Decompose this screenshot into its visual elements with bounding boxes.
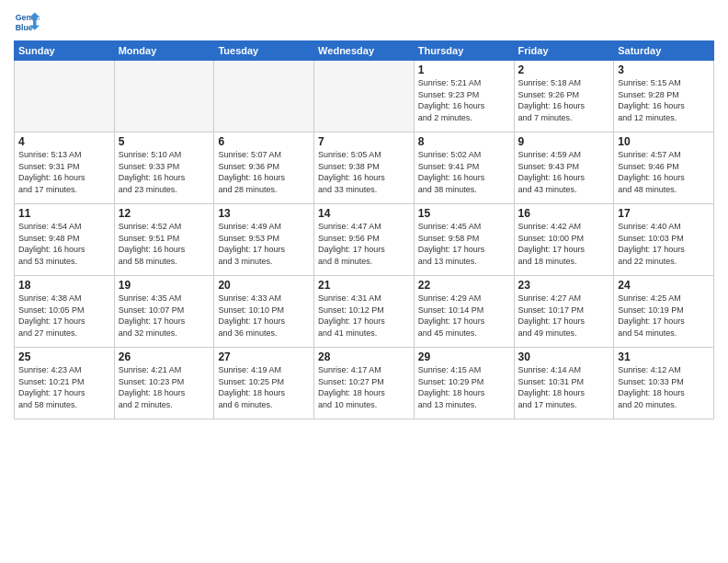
calendar-cell: 28Sunrise: 4:17 AM Sunset: 10:27 PM Dayl… [314, 348, 415, 419]
calendar-cell: 11Sunrise: 4:54 AM Sunset: 9:48 PM Dayli… [15, 204, 115, 276]
day-number: 4 [18, 135, 110, 148]
day-number: 15 [418, 207, 510, 220]
header: General Blue [14, 9, 714, 35]
day-info: Sunrise: 5:18 AM Sunset: 9:26 PM Dayligh… [518, 77, 610, 123]
calendar-cell [314, 61, 415, 132]
day-info: Sunrise: 4:29 AM Sunset: 10:14 PM Daylig… [418, 293, 510, 339]
day-info: Sunrise: 4:38 AM Sunset: 10:05 PM Daylig… [18, 293, 110, 339]
day-number: 27 [218, 350, 310, 363]
day-number: 22 [418, 279, 510, 292]
week-row-1: 1Sunrise: 5:21 AM Sunset: 9:23 PM Daylig… [15, 61, 714, 132]
day-info: Sunrise: 4:52 AM Sunset: 9:51 PM Dayligh… [119, 221, 210, 267]
calendar-cell: 25Sunrise: 4:23 AM Sunset: 10:21 PM Dayl… [15, 348, 115, 419]
day-info: Sunrise: 4:47 AM Sunset: 9:56 PM Dayligh… [318, 221, 410, 267]
day-info: Sunrise: 4:57 AM Sunset: 9:46 PM Dayligh… [618, 149, 710, 195]
day-info: Sunrise: 4:14 AM Sunset: 10:31 PM Daylig… [518, 364, 610, 410]
calendar-cell: 8Sunrise: 5:02 AM Sunset: 9:41 PM Daylig… [414, 132, 514, 204]
weekday-header-sunday: Sunday [15, 41, 115, 61]
calendar-cell: 18Sunrise: 4:38 AM Sunset: 10:05 PM Dayl… [15, 276, 115, 348]
day-number: 1 [418, 63, 510, 76]
calendar-cell: 1Sunrise: 5:21 AM Sunset: 9:23 PM Daylig… [414, 61, 514, 132]
day-info: Sunrise: 4:35 AM Sunset: 10:07 PM Daylig… [119, 293, 210, 339]
week-row-5: 25Sunrise: 4:23 AM Sunset: 10:21 PM Dayl… [15, 348, 714, 419]
day-info: Sunrise: 4:21 AM Sunset: 10:23 PM Daylig… [119, 364, 210, 410]
calendar-cell: 9Sunrise: 4:59 AM Sunset: 9:43 PM Daylig… [514, 132, 614, 204]
page-container: General Blue SundayMondayTuesdayWednesda… [0, 0, 728, 427]
week-row-4: 18Sunrise: 4:38 AM Sunset: 10:05 PM Dayl… [15, 276, 714, 348]
calendar-cell: 5Sunrise: 5:10 AM Sunset: 9:33 PM Daylig… [114, 132, 214, 204]
calendar-cell [214, 61, 314, 132]
day-info: Sunrise: 4:45 AM Sunset: 9:58 PM Dayligh… [418, 221, 510, 267]
day-number: 14 [318, 207, 410, 220]
day-number: 26 [119, 350, 210, 363]
calendar-cell [15, 61, 115, 132]
day-info: Sunrise: 5:13 AM Sunset: 9:31 PM Dayligh… [18, 149, 110, 195]
day-info: Sunrise: 5:21 AM Sunset: 9:23 PM Dayligh… [418, 77, 510, 123]
day-number: 18 [18, 279, 110, 292]
day-number: 13 [218, 207, 310, 220]
logo: General Blue [14, 9, 41, 35]
day-info: Sunrise: 4:27 AM Sunset: 10:17 PM Daylig… [518, 293, 610, 339]
day-info: Sunrise: 4:17 AM Sunset: 10:27 PM Daylig… [318, 364, 410, 410]
day-info: Sunrise: 4:12 AM Sunset: 10:33 PM Daylig… [618, 364, 710, 410]
day-number: 11 [18, 207, 110, 220]
day-number: 17 [618, 207, 710, 220]
calendar-cell: 20Sunrise: 4:33 AM Sunset: 10:10 PM Dayl… [214, 276, 314, 348]
calendar-cell: 23Sunrise: 4:27 AM Sunset: 10:17 PM Dayl… [514, 276, 614, 348]
day-number: 7 [318, 135, 410, 148]
weekday-header-thursday: Thursday [414, 41, 514, 61]
day-info: Sunrise: 5:10 AM Sunset: 9:33 PM Dayligh… [119, 149, 210, 195]
day-info: Sunrise: 4:40 AM Sunset: 10:03 PM Daylig… [618, 221, 710, 267]
day-number: 16 [518, 207, 610, 220]
day-info: Sunrise: 4:31 AM Sunset: 10:12 PM Daylig… [318, 293, 410, 339]
calendar-cell: 7Sunrise: 5:05 AM Sunset: 9:38 PM Daylig… [314, 132, 415, 204]
calendar-cell: 21Sunrise: 4:31 AM Sunset: 10:12 PM Dayl… [314, 276, 415, 348]
weekday-header-tuesday: Tuesday [214, 41, 314, 61]
svg-text:Blue: Blue [16, 23, 33, 32]
day-number: 2 [518, 63, 610, 76]
day-number: 12 [119, 207, 210, 220]
day-number: 25 [18, 350, 110, 363]
calendar-cell: 3Sunrise: 5:15 AM Sunset: 9:28 PM Daylig… [614, 61, 714, 132]
calendar-table: SundayMondayTuesdayWednesdayThursdayFrid… [14, 40, 714, 419]
day-number: 21 [318, 279, 410, 292]
weekday-header-monday: Monday [114, 41, 214, 61]
calendar-cell: 10Sunrise: 4:57 AM Sunset: 9:46 PM Dayli… [614, 132, 714, 204]
calendar-cell: 22Sunrise: 4:29 AM Sunset: 10:14 PM Dayl… [414, 276, 514, 348]
day-info: Sunrise: 4:25 AM Sunset: 10:19 PM Daylig… [618, 293, 710, 339]
calendar-cell: 31Sunrise: 4:12 AM Sunset: 10:33 PM Dayl… [614, 348, 714, 419]
calendar-cell: 24Sunrise: 4:25 AM Sunset: 10:19 PM Dayl… [614, 276, 714, 348]
day-number: 24 [618, 279, 710, 292]
day-info: Sunrise: 4:42 AM Sunset: 10:00 PM Daylig… [518, 221, 610, 267]
day-info: Sunrise: 4:49 AM Sunset: 9:53 PM Dayligh… [218, 221, 310, 267]
calendar-cell: 19Sunrise: 4:35 AM Sunset: 10:07 PM Dayl… [114, 276, 214, 348]
calendar-cell: 12Sunrise: 4:52 AM Sunset: 9:51 PM Dayli… [114, 204, 214, 276]
day-number: 30 [518, 350, 610, 363]
day-info: Sunrise: 4:23 AM Sunset: 10:21 PM Daylig… [18, 364, 110, 410]
calendar-cell: 30Sunrise: 4:14 AM Sunset: 10:31 PM Dayl… [514, 348, 614, 419]
day-number: 31 [618, 350, 710, 363]
calendar-cell: 29Sunrise: 4:15 AM Sunset: 10:29 PM Dayl… [414, 348, 514, 419]
day-info: Sunrise: 4:33 AM Sunset: 10:10 PM Daylig… [218, 293, 310, 339]
day-info: Sunrise: 5:15 AM Sunset: 9:28 PM Dayligh… [618, 77, 710, 123]
calendar-cell: 4Sunrise: 5:13 AM Sunset: 9:31 PM Daylig… [15, 132, 115, 204]
day-info: Sunrise: 5:07 AM Sunset: 9:36 PM Dayligh… [218, 149, 310, 195]
day-number: 19 [119, 279, 210, 292]
day-number: 20 [218, 279, 310, 292]
day-number: 6 [218, 135, 310, 148]
weekday-header-friday: Friday [514, 41, 614, 61]
day-info: Sunrise: 4:59 AM Sunset: 9:43 PM Dayligh… [518, 149, 610, 195]
calendar-cell: 26Sunrise: 4:21 AM Sunset: 10:23 PM Dayl… [114, 348, 214, 419]
day-info: Sunrise: 4:19 AM Sunset: 10:25 PM Daylig… [218, 364, 310, 410]
day-number: 28 [318, 350, 410, 363]
day-info: Sunrise: 5:05 AM Sunset: 9:38 PM Dayligh… [318, 149, 410, 195]
day-info: Sunrise: 4:15 AM Sunset: 10:29 PM Daylig… [418, 364, 510, 410]
day-number: 23 [518, 279, 610, 292]
day-info: Sunrise: 4:54 AM Sunset: 9:48 PM Dayligh… [18, 221, 110, 267]
calendar-cell: 14Sunrise: 4:47 AM Sunset: 9:56 PM Dayli… [314, 204, 415, 276]
day-number: 8 [418, 135, 510, 148]
calendar-cell: 2Sunrise: 5:18 AM Sunset: 9:26 PM Daylig… [514, 61, 614, 132]
week-row-2: 4Sunrise: 5:13 AM Sunset: 9:31 PM Daylig… [15, 132, 714, 204]
week-row-3: 11Sunrise: 4:54 AM Sunset: 9:48 PM Dayli… [15, 204, 714, 276]
calendar-cell: 17Sunrise: 4:40 AM Sunset: 10:03 PM Dayl… [614, 204, 714, 276]
